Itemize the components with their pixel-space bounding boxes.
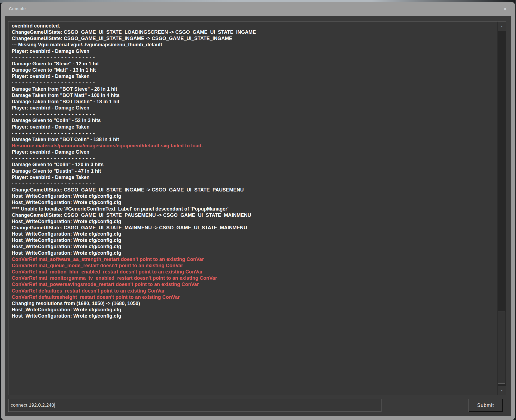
- console-line: ChangeGameUIState: CSGO_GAME_UI_STATE_PA…: [12, 212, 495, 218]
- submit-button-label: Submit: [477, 403, 494, 408]
- console-line: Resource materials/panorama/images/icons…: [12, 143, 495, 149]
- console-line: ConVarRef mat_powersavingsmode_restart d…: [12, 281, 495, 288]
- console-line: Host_WriteConfiguration: Wrote cfg/confi…: [12, 313, 495, 319]
- console-line: ConVarRef defaultresheight_restart doesn…: [12, 294, 495, 300]
- console-line: Changing resolutions from (1680, 1050) -…: [12, 300, 495, 307]
- console-log: ovenbird connected.ChangeGameUIState: CS…: [8, 22, 498, 395]
- window-title: Console: [9, 6, 26, 11]
- console-line: ChangeGameUIState: CSGO_GAME_UI_STATE_MA…: [12, 225, 495, 231]
- console-line: ------------------------: [12, 130, 495, 136]
- console-line: Host_WriteConfiguration: Wrote cfg/confi…: [12, 218, 495, 225]
- console-line: Host_WriteConfiguration: Wrote cfg/confi…: [12, 244, 495, 250]
- command-input[interactable]: connect 192.0.2.240: [8, 399, 381, 412]
- console-line: Damage Taken from "BOT Matt" - 100 in 4 …: [12, 92, 495, 99]
- scroll-up-button[interactable]: ▲: [498, 22, 506, 31]
- console-line: Damage Taken from "BOT Steve" - 28 in 1 …: [12, 86, 495, 92]
- console-line: ------------------------: [12, 111, 495, 117]
- window-titlebar[interactable]: Console ×: [1, 2, 515, 16]
- console-line: ------------------------: [12, 54, 495, 61]
- console-line: Player: ovenbird - Damage Given: [12, 149, 495, 155]
- console-line: ------------------------: [12, 80, 495, 86]
- console-line: Host_WriteConfiguration: Wrote cfg/confi…: [12, 199, 495, 206]
- command-input-value: connect 192.0.2.240: [11, 403, 54, 408]
- scroll-down-button[interactable]: ▼: [498, 386, 506, 395]
- console-line: Player: ovenbird - Damage Taken: [12, 174, 495, 181]
- console-window: Console × ovenbird connected.ChangeGameU…: [1, 2, 515, 420]
- console-line: --- Missing Vgui material vgui/..\vgui\m…: [12, 42, 495, 48]
- console-line: ------------------------: [12, 181, 495, 187]
- window-body: ovenbird connected.ChangeGameUIState: CS…: [5, 16, 511, 416]
- close-icon[interactable]: ×: [501, 5, 509, 13]
- scrollbar-thumb[interactable]: [498, 312, 505, 384]
- scroll-down-icon: ▼: [500, 389, 503, 392]
- console-line: Player: ovenbird - Damage Taken: [12, 73, 495, 80]
- console-line: **** Unable to localize '#GenericConfirm…: [12, 206, 495, 212]
- scrollbar[interactable]: ▲ ▼: [497, 22, 506, 395]
- console-line: ChangeGameUIState: CSGO_GAME_UI_STATE_IN…: [12, 187, 495, 193]
- console-line: ConVarRef mat_monitorgamma_tv_enabled_re…: [12, 275, 495, 281]
- submit-button[interactable]: Submit: [469, 399, 503, 412]
- text-cursor: [54, 403, 55, 408]
- console-line: ChangeGameUIState: CSGO_GAME_UI_STATE_IN…: [12, 35, 495, 42]
- console-line: Host_WriteConfiguration: Wrote cfg/confi…: [12, 237, 495, 244]
- console-line: Damage Given to "Colin" - 52 in 3 hits: [12, 117, 495, 124]
- console-line: Damage Given to "Matt" - 13 in 1 hit: [12, 67, 495, 73]
- console-line: Host_WriteConfiguration: Wrote cfg/confi…: [12, 193, 495, 199]
- console-line: Damage Given to "Colin" - 120 in 3 hits: [12, 162, 495, 168]
- console-line: ConVarRef mat_motion_blur_enabled_restar…: [12, 269, 495, 275]
- console-line: ------------------------: [12, 155, 495, 162]
- console-line: Damage Given to "Dustin" - 47 in 1 hit: [12, 168, 495, 174]
- console-line: ConVarRef defaultres_restart doesn't poi…: [12, 288, 495, 294]
- console-line: Host_WriteConfiguration: Wrote cfg/confi…: [12, 307, 495, 313]
- console-line: ovenbird connected.: [12, 23, 495, 29]
- console-line: Damage Given to "Steve" - 12 in 1 hit: [12, 61, 495, 67]
- console-line: ConVarRef mat_software_aa_strength_resta…: [12, 256, 495, 263]
- console-line: Player: ovenbird - Damage Given: [12, 105, 495, 111]
- console-line: Host_WriteConfiguration: Wrote cfg/confi…: [12, 231, 495, 237]
- console-line: ChangeGameUIState: CSGO_GAME_UI_STATE_LO…: [12, 29, 495, 35]
- console-line: Player: ovenbird - Damage Taken: [12, 124, 495, 130]
- console-line: Host_WriteConfiguration: Wrote cfg/confi…: [12, 250, 495, 256]
- console-line: ConVarRef mat_queue_mode_restart doesn't…: [12, 263, 495, 269]
- scroll-up-icon: ▲: [500, 25, 503, 28]
- console-line: Damage Taken from "BOT Colin" - 138 in 1…: [12, 136, 495, 143]
- console-line: Damage Taken from "BOT Dustin" - 18 in 1…: [12, 99, 495, 105]
- console-log-box: ovenbird connected.ChangeGameUIState: CS…: [8, 21, 506, 395]
- console-line: Player: ovenbird - Damage Given: [12, 48, 495, 54]
